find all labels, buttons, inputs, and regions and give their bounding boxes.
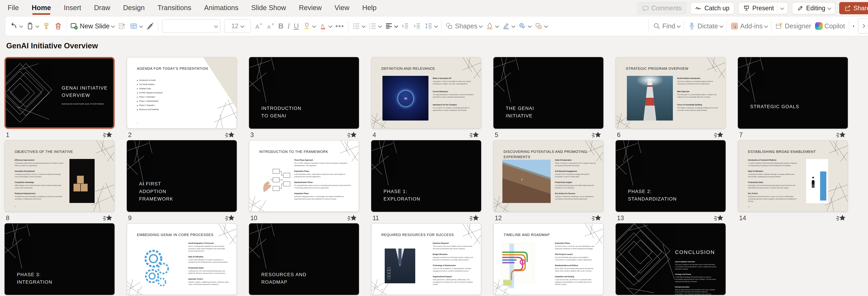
shape-fill-button[interactable] — [486, 22, 498, 30]
menu-tab-review[interactable]: Review — [299, 4, 322, 12]
format-painter-button[interactable] — [42, 22, 50, 30]
new-slide-dropdown-chevron[interactable] — [111, 24, 115, 28]
slide-9-canvas[interactable]: AI FIRSTADOPTIONFRAMEWORK — [127, 140, 237, 212]
menu-tab-insert[interactable]: Insert — [64, 4, 81, 12]
line-spacing-dropdown-chevron[interactable] — [434, 24, 438, 28]
slide-2-canvas[interactable]: AGENDA FOR TODAY'S PRESENTATIONIntroduct… — [127, 57, 237, 129]
editing-dropdown-chevron[interactable] — [827, 6, 831, 10]
align-button[interactable] — [385, 22, 397, 30]
share-button[interactable]: Share — [839, 2, 868, 14]
present-button[interactable]: Present — [738, 2, 788, 14]
new-slide-button[interactable]: New Slide — [70, 22, 114, 30]
shape-outline-button[interactable] — [502, 22, 515, 30]
dictate-dropdown-chevron[interactable] — [719, 24, 723, 28]
find-dropdown-chevron[interactable] — [677, 24, 681, 28]
ribbon-next-page-button[interactable] — [858, 19, 868, 34]
slide-7-canvas[interactable]: STRATEGIC GOALS — [738, 57, 848, 129]
more-font-options-button[interactable]: ••• — [335, 22, 344, 30]
transition-star-icon[interactable] — [469, 214, 480, 222]
design-ideas-button[interactable] — [118, 22, 126, 30]
slide-1-canvas[interactable]: GENAI INITIATIVEOVERVIEWExploring the tr… — [4, 57, 115, 129]
undo-button[interactable] — [10, 22, 22, 30]
transition-star-icon[interactable] — [102, 131, 113, 139]
transition-star-icon[interactable] — [346, 214, 358, 222]
shapes-button[interactable]: Shapes — [445, 22, 482, 30]
slide-12-canvas[interactable]: DISCOVERING POTENTIALS AND PROMOTING EXP… — [493, 140, 603, 212]
copilot-button[interactable]: Copilot — [815, 22, 845, 30]
paste-dropdown-chevron[interactable] — [35, 24, 39, 28]
slide-17-canvas[interactable]: RESOURCES ANDROADMAP — [249, 223, 359, 295]
menu-tab-help[interactable]: Help — [362, 4, 376, 12]
hide-ink-button[interactable] — [146, 22, 154, 30]
slide-13-canvas[interactable]: PHASE 2:STANDARDIZATION — [616, 140, 726, 212]
present-dropdown-chevron[interactable] — [780, 6, 784, 10]
transition-star-icon[interactable] — [346, 131, 358, 139]
slide-8-canvas[interactable]: OBJECTIVES OF THE INITIATIVEEfficiency I… — [4, 140, 115, 212]
transition-star-icon[interactable] — [835, 214, 846, 222]
font-color-button[interactable]: A — [319, 22, 332, 30]
slide-15-canvas[interactable]: PHASE 3:INTEGRATION — [4, 223, 115, 295]
menu-tab-slide-show[interactable]: Slide Show — [251, 4, 286, 12]
menu-tab-transitions[interactable]: Transitions — [158, 4, 191, 12]
dictate-button[interactable]: Dictate — [688, 22, 722, 30]
layout-dropdown-chevron[interactable] — [139, 24, 143, 28]
catch-up-button[interactable]: Catch up — [690, 2, 734, 14]
slide-3-canvas[interactable]: INTRODUCTIONTO GENAI — [249, 57, 359, 129]
line-spacing-button[interactable] — [425, 22, 437, 30]
font-size-chevron[interactable] — [241, 24, 244, 28]
shape-fill-dropdown-chevron[interactable] — [495, 24, 499, 28]
transition-star-icon[interactable] — [591, 131, 602, 139]
slide-11-canvas[interactable]: PHASE 1:EXPLORATION — [371, 140, 481, 212]
italic-button[interactable]: I — [287, 22, 290, 30]
add-ins-button[interactable]: Add-ins — [731, 22, 767, 30]
increase-indent-button[interactable] — [413, 22, 421, 30]
delete-button[interactable] — [54, 22, 62, 30]
font-name-chevron[interactable] — [214, 24, 218, 28]
designer-button[interactable]: Designer — [775, 22, 811, 30]
bullets-button[interactable] — [352, 22, 365, 30]
slide-20-canvas[interactable]: CONCLUSIONGenAI Initiative OverviewThe G… — [616, 223, 726, 295]
slide-14-canvas[interactable]: ESTABLISHING BROAD ENABLEMENTIntroductio… — [738, 140, 848, 212]
slide-layout-button[interactable] — [130, 22, 142, 30]
arrange-dropdown-chevron[interactable] — [544, 24, 548, 28]
slide-18-canvas[interactable]: REQUIRED RESOURCES FOR SUCCESSExpertise … — [371, 223, 481, 295]
slide-4-canvas[interactable]: DEFINITION AND RELEVANCEAIWhat is Genera… — [371, 57, 481, 129]
align-dropdown-chevron[interactable] — [394, 24, 398, 28]
menu-tab-design[interactable]: Design — [123, 4, 145, 12]
highlight-dropdown-chevron[interactable] — [312, 24, 316, 28]
slide-6-canvas[interactable]: STRATEGIC PROGRAM OVERVIEWGenAI Initiati… — [616, 57, 726, 129]
slide-10-canvas[interactable]: INTRODUCTION TO THE FRAMEWORKThree-Phase… — [249, 140, 359, 212]
grow-font-button[interactable]: A — [255, 22, 262, 30]
paste-button[interactable] — [26, 22, 38, 30]
numbering-dropdown-chevron[interactable] — [378, 24, 382, 28]
shrink-font-button[interactable]: A — [267, 22, 275, 30]
transition-star-icon[interactable] — [835, 131, 846, 139]
font-size-combobox[interactable]: 12 — [224, 19, 251, 33]
highlight-color-button[interactable] — [303, 22, 315, 30]
transition-star-icon[interactable] — [469, 131, 480, 139]
font-name-combobox[interactable] — [162, 19, 220, 33]
arrange-button[interactable] — [535, 22, 547, 30]
bold-button[interactable]: B — [278, 22, 283, 30]
slide-19-canvas[interactable]: TIMELINE AND ROADMAPExploration PhaseQ3 … — [493, 223, 603, 295]
slide-5-canvas[interactable]: THE GENAIINITIATIVE — [493, 57, 603, 129]
transition-star-icon[interactable] — [102, 214, 113, 222]
find-button[interactable]: Find — [653, 22, 680, 30]
menu-tab-draw[interactable]: Draw — [94, 4, 110, 12]
transition-star-icon[interactable] — [713, 214, 724, 222]
add-ins-dropdown-chevron[interactable] — [764, 24, 768, 28]
shape-effects-button[interactable] — [518, 22, 531, 30]
shape-effects-dropdown-chevron[interactable] — [528, 24, 532, 28]
numbering-button[interactable]: 123 — [369, 22, 381, 30]
menu-tab-file[interactable]: File — [8, 4, 19, 12]
shapes-dropdown-chevron[interactable] — [479, 24, 483, 28]
transition-star-icon[interactable] — [591, 214, 602, 222]
font-color-dropdown-chevron[interactable] — [329, 24, 333, 28]
menu-tab-view[interactable]: View — [335, 4, 349, 12]
underline-button[interactable]: U — [293, 22, 299, 30]
bullets-dropdown-chevron[interactable] — [362, 24, 366, 28]
comments-button[interactable]: Comments — [637, 2, 686, 14]
slide-16-canvas[interactable]: EMBEDDING GENAI IN CORE PROCESSESGenAI I… — [127, 223, 237, 295]
transition-star-icon[interactable] — [713, 131, 724, 139]
shape-outline-dropdown-chevron[interactable] — [512, 24, 516, 28]
